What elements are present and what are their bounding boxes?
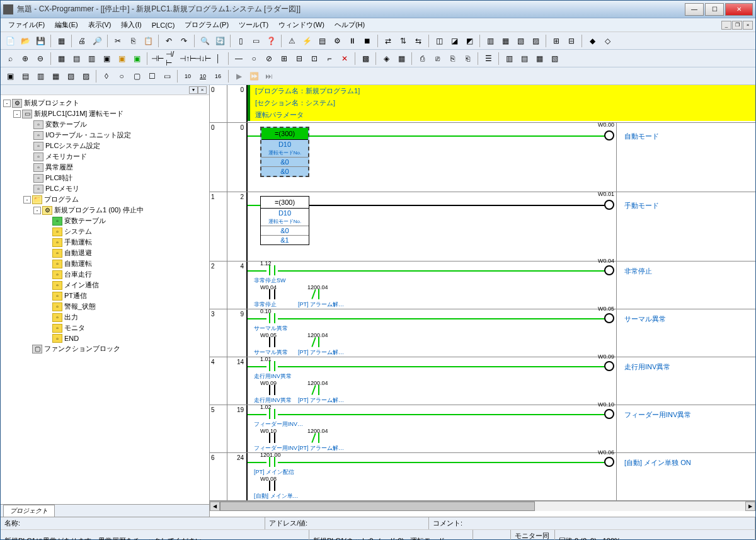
win-g-icon[interactable]: ◊ <box>100 69 113 83</box>
win-h-icon[interactable]: ○ <box>115 69 129 83</box>
project-tree[interactable]: - ⚙ 新規プロジェクト - ▭ 新規PLC1[CJ1M] 運転モード ▫変数テ… <box>1 95 209 504</box>
tree-section[interactable]: 警報_状態 <box>64 302 96 311</box>
func-b-icon[interactable]: ⊟ <box>292 52 306 66</box>
tree-plc[interactable]: 新規PLC1[CJ1M] 運転モード <box>34 109 123 118</box>
win-d-icon[interactable]: ▦ <box>49 69 62 83</box>
tool-d-icon[interactable]: ▤ <box>315 34 329 48</box>
mdi-close-button[interactable]: × <box>743 21 753 30</box>
tool-n-icon[interactable]: ◇ <box>600 34 614 48</box>
tree-collapse-icon[interactable]: - <box>33 207 41 214</box>
tree-section[interactable]: PT通信 <box>64 291 87 301</box>
tree-item[interactable]: PLC時計 <box>45 173 72 183</box>
contact[interactable] <box>266 289 278 299</box>
plc-icon-c[interactable]: ▧ <box>513 34 527 48</box>
tool-k-icon[interactable]: ⊞ <box>549 34 563 48</box>
hline-icon[interactable]: — <box>232 52 246 66</box>
find-icon[interactable]: 🔍 <box>198 34 212 48</box>
menu-insert[interactable]: 挿入(I) <box>116 19 146 31</box>
tree-item[interactable]: メモリカード <box>45 152 87 161</box>
del-icon[interactable]: ✕ <box>338 52 352 66</box>
tree-section[interactable]: 台車走行 <box>64 270 92 279</box>
menu-view[interactable]: 表示(V) <box>83 19 117 31</box>
ladder-editor[interactable]: 00[プログラム名：新規プログラム1][セクション名：システム]運転パラメータ0… <box>210 85 755 517</box>
tool-h-icon[interactable]: ◫ <box>432 34 446 48</box>
win-c-icon[interactable]: ▥ <box>33 69 47 83</box>
contact[interactable] <box>266 481 278 491</box>
tool-m-icon[interactable]: ◆ <box>585 34 599 48</box>
contact[interactable] <box>266 433 278 443</box>
contact-p-icon[interactable]: ⊣↑⊢ <box>181 52 195 66</box>
menu-help[interactable]: ヘルプ(H) <box>329 19 370 31</box>
output-coil[interactable] <box>604 265 614 275</box>
mdi-minimize-button[interactable]: _ <box>721 21 731 30</box>
compare-instruction[interactable]: =(300) D10 運転モードNo. &0 &0 <box>260 127 309 177</box>
plc-icon-d[interactable]: ▨ <box>529 34 542 48</box>
preview-icon[interactable]: 🔎 <box>90 34 104 48</box>
tree-section[interactable]: モニタ <box>64 323 85 333</box>
contact[interactable] <box>266 409 278 419</box>
func-a-icon[interactable]: ⊞ <box>277 52 291 66</box>
tool-a-icon[interactable]: ▯ <box>234 34 248 48</box>
help-icon[interactable]: ❓ <box>264 34 278 48</box>
menu-plc[interactable]: PLC(C) <box>147 20 180 30</box>
tree-collapse-icon[interactable]: - <box>3 100 11 107</box>
win-f-icon[interactable]: ▨ <box>79 69 93 83</box>
replace-icon[interactable]: 🔄 <box>213 34 227 48</box>
misc-j-icon[interactable]: ▤ <box>517 52 531 66</box>
tree-section[interactable]: END <box>64 335 79 342</box>
misc-c-icon[interactable]: ▦ <box>394 52 408 66</box>
transfer-b-icon[interactable]: ⇅ <box>396 34 410 48</box>
zoom-reset-icon[interactable]: ⌕ <box>3 52 17 66</box>
tool-l-icon[interactable]: ⊟ <box>564 34 578 48</box>
coil-nc-icon[interactable]: ⊘ <box>262 52 276 66</box>
tree-section[interactable]: 手動運転 <box>64 238 92 247</box>
tool-e-icon[interactable]: ⚙ <box>330 34 344 48</box>
print-icon[interactable]: 🖨 <box>75 34 89 48</box>
menu-window[interactable]: ウィンドウ(W) <box>273 19 329 31</box>
tab-project[interactable]: プロジェクト <box>3 505 55 517</box>
transfer-a-icon[interactable]: ⇄ <box>381 34 395 48</box>
contact-nc-icon[interactable]: ⊣/⊢ <box>166 52 180 66</box>
coil-icon[interactable]: ○ <box>247 52 261 66</box>
tree-section[interactable]: 自動運転 <box>64 259 92 268</box>
output-coil[interactable] <box>604 409 614 419</box>
menu-tool[interactable]: ツール(T) <box>234 19 273 31</box>
misc-k-icon[interactable]: ▦ <box>532 52 546 66</box>
output-coil[interactable] <box>604 200 614 210</box>
new-icon[interactable]: 📄 <box>3 34 17 48</box>
menu-file[interactable]: ファイル(F) <box>3 19 50 31</box>
misc-h-icon[interactable]: ☰ <box>481 52 495 66</box>
contact[interactable] <box>266 385 278 395</box>
scroll-left-button[interactable]: ◀ <box>210 502 220 511</box>
contact-nc[interactable] <box>311 337 322 347</box>
minimize-button[interactable]: — <box>685 3 704 16</box>
transfer-c-icon[interactable]: ⇆ <box>411 34 425 48</box>
contact-n-icon[interactable]: ⊣↓⊢ <box>196 52 210 66</box>
tree-program-root[interactable]: プログラム <box>44 195 79 204</box>
scroll-thumb[interactable] <box>220 502 535 511</box>
contact-nc[interactable] <box>311 433 322 443</box>
plc-icon-b[interactable]: ▦ <box>498 34 512 48</box>
tree-section[interactable]: 変数テーブル <box>64 216 106 226</box>
scroll-right-button[interactable]: ▶ <box>745 502 755 511</box>
sidebar-close-button[interactable]: × <box>198 86 207 94</box>
undo-icon[interactable]: ↶ <box>162 34 176 48</box>
tree-item[interactable]: I/Oテーブル・ユニット設定 <box>45 130 131 140</box>
win-j-icon[interactable]: ☐ <box>145 69 159 83</box>
contact-nc[interactable] <box>311 289 322 299</box>
radix-16-icon[interactable]: 16 <box>211 69 225 83</box>
misc-a-icon[interactable]: ▩ <box>358 52 372 66</box>
tree-section[interactable]: メイン通信 <box>64 280 99 290</box>
win-e-icon[interactable]: ▧ <box>64 69 77 83</box>
tool-g-icon[interactable]: ⏹ <box>360 34 374 48</box>
zoom-out-icon[interactable]: ⊖ <box>33 52 47 66</box>
zoom-in-icon[interactable]: ⊕ <box>18 52 32 66</box>
compare-instruction[interactable]: =(300) D10 運転モードNo. &0 &1 <box>260 196 309 245</box>
win-a-icon[interactable]: ▣ <box>3 69 17 83</box>
tree-collapse-icon[interactable]: - <box>23 196 31 204</box>
output-coil[interactable] <box>604 313 614 323</box>
horizontal-scrollbar[interactable]: ◀ ▶ <box>210 501 755 511</box>
tool-b-icon[interactable]: ▭ <box>249 34 263 48</box>
misc-d-icon[interactable]: ⎙ <box>415 52 429 66</box>
misc-l-icon[interactable]: ▧ <box>547 52 561 66</box>
